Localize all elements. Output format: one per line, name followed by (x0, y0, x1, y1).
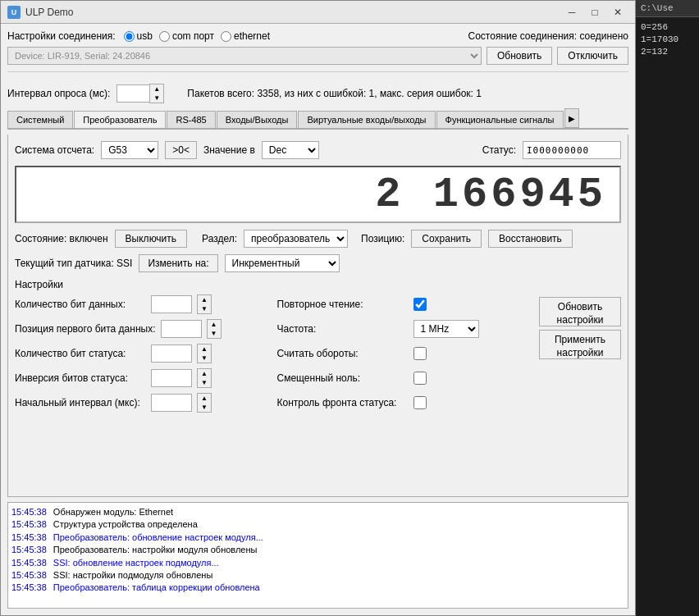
start-interval-down[interactable]: ▼ (198, 403, 211, 412)
zero-button[interactable]: >0< (165, 141, 197, 159)
refresh-button[interactable]: Обновить (487, 47, 552, 65)
data-bits-label: Количество бит данных: (15, 299, 146, 310)
radio-usb-input[interactable] (124, 31, 135, 42)
console-line: 1=17030 (641, 34, 694, 44)
log-line: 15:45:38Обнаружен модуль: Ethernet (11, 506, 624, 518)
sensor-row: Текущий тип датчика: SSI Изменить на: Ин… (15, 254, 621, 272)
data-bits-spinner: ▲ ▼ (197, 294, 212, 314)
frequency-select[interactable]: 1 MHz (413, 320, 479, 338)
start-interval-label: Начальный интервал (мкс): (15, 397, 146, 408)
tab-io[interactable]: Входы/Выходы (217, 111, 298, 128)
settings-title: Настройки (15, 279, 621, 290)
section-select[interactable]: преобразователь (244, 230, 348, 248)
front-control-label: Контроль фронта статуса: (277, 397, 409, 408)
change-sensor-button[interactable]: Изменить на: (139, 254, 217, 272)
front-control-row: Контроль фронта статуса: (277, 392, 523, 413)
section-label: Раздел: (202, 233, 237, 244)
tab-virtual-io[interactable]: Виртуальные входы/выходы (298, 111, 435, 128)
tab-system[interactable]: Системный (7, 111, 73, 128)
restore-button[interactable]: Восстановить (488, 230, 573, 248)
radio-comport[interactable]: com порт (159, 30, 214, 42)
radio-usb[interactable]: usb (124, 30, 153, 42)
start-interval-spinner: ▲ ▼ (197, 393, 212, 413)
log-area: 15:45:38Обнаружен модуль: Ethernet15:45:… (7, 502, 628, 609)
invert-status-down[interactable]: ▼ (198, 378, 211, 387)
value-in-label: Значение в (203, 144, 255, 156)
update-settings-button[interactable]: Обновить настройки (539, 297, 621, 326)
tab-rs485[interactable]: RS-485 (167, 111, 215, 128)
reread-checkbox[interactable] (413, 298, 427, 311)
count-turns-checkbox[interactable] (413, 347, 427, 360)
status-bits-display: I000000000 (523, 141, 621, 159)
connection-status-label: Состояние соединения: соединено (468, 30, 628, 42)
count-turns-label: Считать обороты: (277, 348, 409, 359)
status-bits-row: Количество бит статуса: 0 ▲ ▼ (15, 343, 261, 364)
format-select[interactable]: Dec (262, 141, 319, 159)
start-interval-up[interactable]: ▲ (198, 394, 211, 403)
log-time: 15:45:38 (11, 506, 47, 518)
right-panel-content: 0=2561=170302=132 (636, 17, 699, 62)
log-line: 15:45:38Преобразователь: обновление наст… (11, 532, 624, 544)
status-bits-up[interactable]: ▲ (198, 345, 211, 354)
save-button[interactable]: Сохранить (411, 230, 482, 248)
invert-status-up[interactable]: ▲ (198, 369, 211, 378)
connection-type-group: usb com порт ethernet (124, 30, 271, 42)
system-row: Система отсчета: G53 >0< Значение в Dec … (15, 141, 621, 159)
position-label: Позицию: (361, 233, 404, 244)
close-button[interactable]: ✕ (607, 4, 628, 21)
status-bits-spinner: ▲ ▼ (197, 344, 212, 363)
data-bits-row: Количество бит данных: 22 ▲ ▼ (15, 294, 261, 315)
first-bit-row: Позиция первого бита данных: 0 ▲ ▼ (15, 318, 261, 340)
data-bits-down[interactable]: ▼ (198, 304, 211, 313)
log-text: Преобразователь: таблица коррекции обнов… (53, 582, 260, 594)
first-bit-up[interactable]: ▲ (208, 320, 221, 329)
packets-info: Пакетов всего: 3358, из них с ошибкой: 1… (187, 88, 482, 99)
state-label: Состояние: включен (15, 233, 108, 244)
settings-section: Настройки Количество бит данных: 22 ▲ ▼ (15, 279, 621, 413)
start-interval-input[interactable]: 0 (151, 394, 192, 412)
radio-comport-input[interactable] (159, 31, 170, 42)
system-select[interactable]: G53 (101, 141, 158, 159)
system-label: Система отсчета: (15, 144, 94, 156)
interval-up-button[interactable]: ▲ (150, 84, 163, 94)
log-text: SSI: настройки подмодуля обновлены (53, 569, 212, 582)
display-container: 2 166945 (15, 166, 621, 223)
shift-zero-checkbox[interactable] (413, 372, 427, 385)
frequency-row: Частота: 1 MHz (277, 318, 523, 340)
log-text: Преобразователь: обновление настроек мод… (53, 532, 263, 544)
first-bit-spinner: ▲ ▼ (207, 319, 222, 339)
tab-converter[interactable]: Преобразователь (74, 111, 166, 130)
radio-ethernet-input[interactable] (221, 31, 231, 42)
tabs-container: Системный Преобразователь RS-485 Входы/В… (7, 108, 628, 130)
radio-ethernet[interactable]: ethernet (221, 30, 270, 42)
tab-scroll-right[interactable]: ▶ (564, 108, 579, 128)
main-window: U ULP Demo ─ □ ✕ Настройки соединения: u… (0, 0, 636, 616)
minimize-button[interactable]: ─ (561, 4, 582, 21)
shift-zero-label: Смещенный ноль: (277, 372, 409, 384)
interval-input[interactable]: 10 (116, 84, 149, 103)
invert-status-row: Инверсия битов статуса: 0 ▲ ▼ (15, 367, 261, 389)
invert-status-input[interactable]: 0 (151, 369, 192, 387)
status-bits-down[interactable]: ▼ (198, 354, 211, 363)
connection-settings-row: Настройки соединения: usb com порт ether… (7, 30, 628, 42)
interval-down-button[interactable]: ▼ (150, 94, 163, 103)
tab-functional[interactable]: Функциональные сигналы (436, 111, 564, 128)
status-bits-input[interactable]: 0 (151, 345, 192, 363)
settings-grid: Количество бит данных: 22 ▲ ▼ Позиция пе… (15, 294, 621, 413)
log-text: Преобразователь: настройки модуля обновл… (53, 544, 258, 556)
apply-settings-button[interactable]: Применить настройки (539, 330, 621, 359)
first-bit-down[interactable]: ▼ (208, 329, 221, 338)
data-bits-input[interactable]: 22 (151, 295, 192, 313)
right-panel: C:\Use 0=2561=170302=132 (636, 0, 699, 616)
front-control-checkbox[interactable] (413, 396, 427, 409)
interval-spinner[interactable]: 10 ▲ ▼ (116, 84, 164, 103)
disconnect-button[interactable]: Отключить (557, 47, 628, 65)
sensor-type-select[interactable]: Инкрементный (225, 254, 340, 272)
settings-actions: Обновить настройки Применить настройки (539, 294, 621, 413)
first-bit-input[interactable]: 0 (161, 320, 202, 338)
maximize-button[interactable]: □ (584, 4, 605, 21)
toggle-button[interactable]: Выключить (115, 230, 187, 248)
log-time: 15:45:38 (11, 532, 47, 544)
data-bits-up[interactable]: ▲ (198, 295, 211, 304)
device-select[interactable]: Device: LIR-919, Serial: 24.20846 (7, 47, 482, 65)
